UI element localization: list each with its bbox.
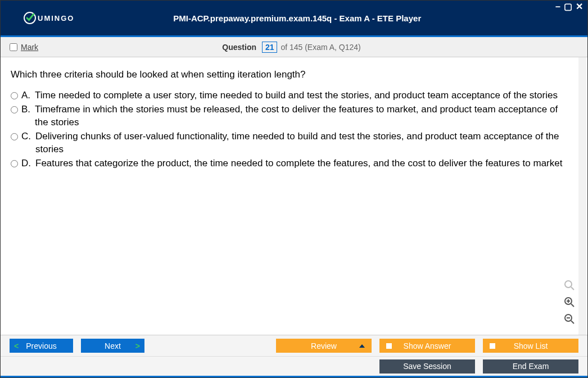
brand-text: UMINGO bbox=[38, 14, 74, 22]
question-number: 21 bbox=[262, 42, 278, 53]
svg-point-1 bbox=[565, 281, 572, 288]
option-c-text: Delivering chunks of user-valued functio… bbox=[35, 130, 573, 156]
save-session-button[interactable]: Save Session bbox=[379, 359, 475, 374]
option-c[interactable]: C. Delivering chunks of user-valued func… bbox=[11, 130, 573, 156]
question-counter: Question 21 of 145 (Exam A, Q124) bbox=[38, 42, 545, 53]
content-area: Which three criteria should be looked at… bbox=[1, 57, 587, 335]
option-a-text: Time needed to complete a user story, ti… bbox=[35, 89, 573, 102]
zoom-in-icon[interactable] bbox=[563, 295, 576, 309]
previous-label: Previous bbox=[26, 341, 56, 350]
svg-line-8 bbox=[571, 321, 574, 324]
show-answer-label: Show Answer bbox=[404, 341, 451, 350]
question-label: Question bbox=[222, 43, 256, 52]
option-c-radio[interactable] bbox=[11, 133, 18, 140]
option-d[interactable]: D. Features that categorize the product,… bbox=[11, 157, 573, 170]
minimize-icon[interactable]: – bbox=[555, 3, 560, 11]
question-of-text: of 145 (Exam A, Q124) bbox=[281, 43, 360, 52]
end-exam-button[interactable]: End Exam bbox=[483, 359, 578, 374]
option-d-text: Features that categorize the product, th… bbox=[35, 157, 573, 170]
previous-button[interactable]: < Previous bbox=[10, 339, 73, 353]
chevron-right-icon: > bbox=[135, 341, 140, 350]
question-text: Which three criteria should be looked at… bbox=[11, 69, 573, 81]
svg-line-4 bbox=[571, 304, 574, 307]
option-a[interactable]: A. Time needed to complete a user story,… bbox=[11, 89, 573, 102]
content-scrollbar[interactable] bbox=[578, 57, 586, 335]
maximize-icon[interactable]: ▢ bbox=[564, 3, 572, 11]
window-title: PMI-ACP.prepaway.premium.exam.145q - Exa… bbox=[74, 13, 587, 23]
next-button[interactable]: Next > bbox=[81, 339, 144, 353]
mark-label[interactable]: Mark bbox=[21, 43, 38, 52]
option-b[interactable]: B. Timeframe in which the stories must b… bbox=[11, 103, 573, 129]
close-icon[interactable]: ✕ bbox=[576, 3, 583, 11]
svg-line-2 bbox=[571, 287, 574, 290]
session-toolbar: Save Session End Exam bbox=[1, 356, 587, 377]
option-a-radio[interactable] bbox=[11, 92, 18, 99]
triangle-up-icon bbox=[359, 344, 365, 348]
zoom-out-icon[interactable] bbox=[563, 312, 576, 326]
nav-toolbar: < Previous Next > Review Show Answer Sho… bbox=[1, 335, 587, 356]
stop-icon bbox=[386, 343, 392, 349]
option-d-letter: D. bbox=[21, 157, 31, 170]
mark-checkbox[interactable] bbox=[10, 43, 17, 51]
option-d-radio[interactable] bbox=[11, 160, 18, 167]
option-c-letter: C. bbox=[21, 130, 31, 143]
save-session-label: Save Session bbox=[403, 362, 451, 371]
search-icon[interactable] bbox=[563, 279, 576, 292]
zoom-controls bbox=[563, 279, 576, 326]
question-header: Mark Question 21 of 145 (Exam A, Q124) bbox=[1, 37, 587, 57]
show-answer-button[interactable]: Show Answer bbox=[379, 339, 475, 353]
mark-checkbox-wrap: Mark bbox=[10, 43, 38, 52]
show-list-label: Show List bbox=[514, 341, 548, 350]
review-label: Review bbox=[311, 341, 337, 350]
review-button[interactable]: Review bbox=[276, 339, 372, 353]
option-b-text: Timeframe in which the stories must be r… bbox=[35, 103, 573, 129]
show-list-button[interactable]: Show List bbox=[483, 339, 578, 353]
option-a-letter: A. bbox=[21, 89, 30, 102]
checkmark-icon bbox=[23, 11, 37, 25]
option-b-radio[interactable] bbox=[11, 106, 18, 113]
next-label: Next bbox=[105, 341, 121, 350]
end-exam-label: End Exam bbox=[513, 362, 549, 371]
chevron-left-icon: < bbox=[14, 341, 19, 350]
brand-logo: UMINGO bbox=[23, 11, 74, 25]
stop-icon bbox=[490, 343, 495, 349]
app-window: UMINGO PMI-ACP.prepaway.premium.exam.145… bbox=[0, 0, 588, 378]
title-bar: UMINGO PMI-ACP.prepaway.premium.exam.145… bbox=[1, 1, 587, 35]
option-b-letter: B. bbox=[21, 103, 30, 116]
window-controls: – ▢ ✕ bbox=[555, 3, 583, 11]
